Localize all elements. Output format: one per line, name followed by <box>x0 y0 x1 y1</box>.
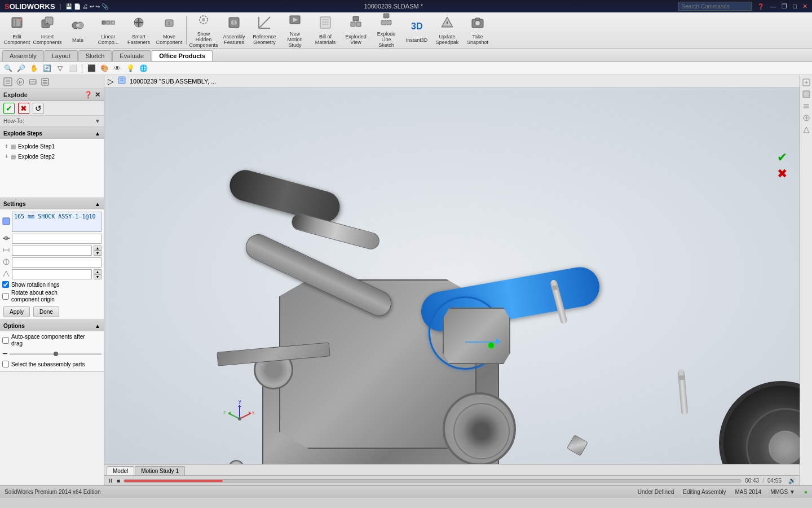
show-rotation-rings-checkbox[interactable] <box>2 281 9 288</box>
right-panel-btn-1[interactable] <box>801 77 811 87</box>
units-dropdown[interactable]: MMGS ▼ <box>770 489 795 495</box>
tab-assembly[interactable]: Assembly <box>2 50 44 61</box>
close-btn[interactable]: ✕ <box>802 3 807 10</box>
assembly-features-btn[interactable]: AssemblyFeatures <box>219 14 249 47</box>
tab-layout[interactable]: Layout <box>45 50 78 61</box>
howto-label: How-To: <box>3 118 24 124</box>
edit-component-btn[interactable]: EditComponent <box>2 14 32 47</box>
vtab-motion-study[interactable]: Motion Study 1 <box>135 466 185 475</box>
step2-icon: ▦ <box>11 154 16 160</box>
distance-field[interactable]: 72.70861897mm <box>12 246 92 256</box>
options-section: Options ▲ Auto-space components afterdra… <box>0 320 104 372</box>
tab-evaluate[interactable]: Evaluate <box>112 50 151 61</box>
component-field[interactable]: 165 mm SHOCK ASSY-1-1@10 <box>12 212 102 232</box>
panel-help-btn[interactable]: ❓ <box>84 91 92 99</box>
howto-header[interactable]: How-To: ▼ <box>0 116 104 127</box>
main-viewport[interactable]: x y z ✔ ✖ <box>104 87 800 464</box>
new-motion-study-btn[interactable]: NewMotionStudy <box>280 14 310 47</box>
right-panel-btn-2[interactable] <box>801 89 811 99</box>
accept-btn[interactable]: ✔ <box>777 150 787 165</box>
smart-fasteners-btn[interactable]: SmartFasteners <box>124 14 153 47</box>
property-manager-icon[interactable]: P <box>15 76 26 87</box>
timeline-progress[interactable] <box>123 479 742 483</box>
maximize-btn[interactable]: □ <box>793 3 797 10</box>
search-box[interactable] <box>678 2 752 11</box>
time-separator: / <box>762 478 764 484</box>
reference-geometry-btn[interactable]: ReferenceGeometry <box>250 14 279 47</box>
spacing-slider[interactable] <box>10 353 102 355</box>
pause-btn[interactable]: ⏸ <box>108 478 113 484</box>
reject-btn[interactable]: ✖ <box>777 167 787 181</box>
pan-btn[interactable]: ✋ <box>28 63 39 74</box>
distance-spinner[interactable]: ▲ ▼ <box>94 246 102 256</box>
panel-close-btn[interactable]: ✕ <box>95 91 100 99</box>
tab-office-products[interactable]: Office Products <box>152 50 213 61</box>
angle-field[interactable]: 0deg <box>12 269 92 279</box>
distance-up-btn[interactable]: ▲ <box>94 246 102 251</box>
vtab-model[interactable]: Model <box>107 466 134 475</box>
upper-shock-cylinder <box>226 167 343 226</box>
take-snapshot-icon <box>470 15 485 33</box>
linear-component-btn[interactable]: LinearCompo... <box>94 14 123 47</box>
section-view-btn[interactable]: ⬛ <box>86 63 97 74</box>
explode-step1-item[interactable]: + ▦ Explode Step1 <box>2 141 102 151</box>
options-header[interactable]: Options ▲ <box>0 320 104 331</box>
empty-area <box>2 161 102 195</box>
smart-fasteners-icon <box>131 15 146 33</box>
edge-field[interactable]: Z@Edge<1> @SHOCK BRAC <box>12 234 102 244</box>
exploded-view-btn[interactable]: ExplodedView <box>341 14 370 47</box>
help-btn[interactable]: ❓ <box>757 3 764 10</box>
right-panel-btn-5[interactable] <box>801 125 811 135</box>
tree-expand-icon[interactable]: ▷ <box>108 77 114 86</box>
move-component-btn[interactable]: ↕ MoveComponent <box>155 14 184 47</box>
stop-btn[interactable]: ■ <box>117 478 120 484</box>
edit-component-icon <box>10 15 24 33</box>
feature-tree-icon[interactable] <box>2 76 14 87</box>
confirm-explode-btn[interactable]: ✔ <box>3 103 15 114</box>
rotate-btn[interactable]: 🔄 <box>41 63 52 74</box>
settings-header[interactable]: Settings ▲ <box>0 198 104 209</box>
tab-sketch[interactable]: Sketch <box>78 50 112 61</box>
display-style-btn[interactable]: ⬜ <box>67 63 78 74</box>
angle-up-btn[interactable]: ▲ <box>94 269 102 274</box>
configuration-manager-icon[interactable] <box>27 76 38 87</box>
step1-icon: ▦ <box>11 143 16 150</box>
right-panel-btn-4[interactable] <box>801 113 811 123</box>
done-btn[interactable]: Done <box>33 306 59 317</box>
auto-space-checkbox[interactable] <box>2 337 9 344</box>
view-palette-btn[interactable]: 🎨 <box>99 63 110 74</box>
cancel-explode-btn[interactable]: ✖ <box>18 103 29 114</box>
select-subassembly-checkbox[interactable] <box>2 361 9 367</box>
explode-line-btn[interactable]: ExplodeLineSketch <box>372 14 401 47</box>
redo-explode-btn[interactable]: ↺ <box>33 103 44 114</box>
angle-down-btn[interactable]: ▼ <box>94 274 102 279</box>
reference-icon <box>2 258 10 267</box>
bill-of-materials-btn[interactable]: Bill ofMaterials <box>311 14 340 47</box>
minimize-btn[interactable]: — <box>770 3 776 10</box>
restore-btn[interactable]: ❐ <box>782 3 787 10</box>
distance-down-btn[interactable]: ▼ <box>94 251 102 256</box>
insert-components-btn[interactable]: + InsertComponents <box>33 14 62 47</box>
show-hidden-btn[interactable]: ShowHiddenComponents <box>189 14 218 47</box>
mate-btn[interactable]: Mate <box>63 14 92 47</box>
scenes-btn[interactable]: 🌐 <box>138 63 149 74</box>
title-filename: 10000239.SLDASM * <box>108 3 678 10</box>
view-selector-btn[interactable]: ▽ <box>54 63 65 74</box>
zoom-to-fit-btn[interactable]: 🔍 <box>2 63 14 74</box>
apply-btn[interactable]: Apply <box>3 306 30 317</box>
explode-steps-header[interactable]: Explode Steps ▲ <box>0 128 104 139</box>
volume-icon[interactable]: 🔊 <box>788 477 796 484</box>
reference-field[interactable]: XYRing@Edge<1> @SHOCK <box>12 257 102 268</box>
update-speedpak-btn[interactable]: UpdateSpeedpak <box>433 14 462 47</box>
rotate-about-checkbox[interactable] <box>2 293 9 300</box>
explode-step2-item[interactable]: + ▦ Explode Step2 <box>2 151 102 161</box>
take-snapshot-btn[interactable]: TakeSnapshot <box>463 14 492 47</box>
appearances-btn[interactable]: 💡 <box>125 63 136 74</box>
instant3d-btn[interactable]: 3D Instant3D <box>402 14 431 47</box>
hide-show-btn[interactable]: 👁 <box>112 63 123 74</box>
display-manager-icon[interactable] <box>39 76 51 87</box>
right-panel-btn-3[interactable] <box>801 101 811 111</box>
angle-spinner[interactable]: ▲ ▼ <box>94 269 102 279</box>
search-input[interactable] <box>678 2 752 11</box>
zoom-in-btn[interactable]: 🔎 <box>15 63 27 74</box>
